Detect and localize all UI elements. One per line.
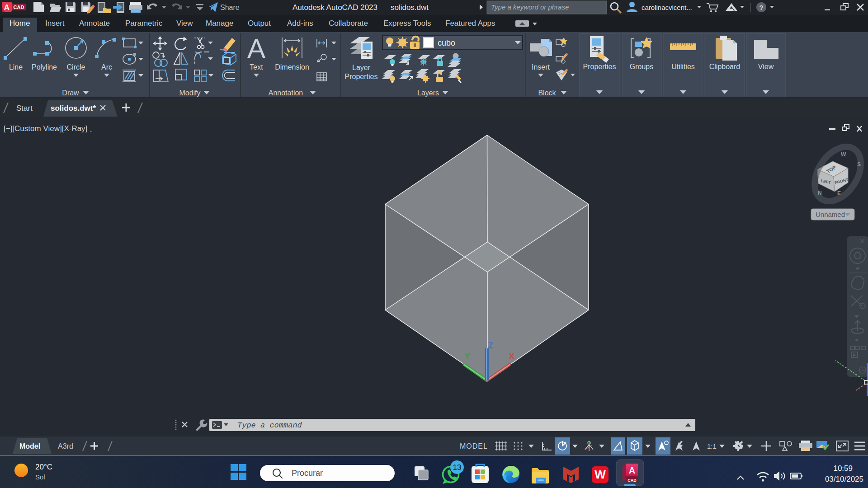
svg-text:Polyline: Polyline — [32, 63, 57, 71]
svg-text:cubo: cubo — [438, 38, 455, 47]
svg-text:[−][Custom View][X-Ray]: [−][Custom View][X-Ray] — [4, 124, 87, 133]
svg-text:Y: Y — [465, 352, 470, 361]
svg-text:Dimension: Dimension — [275, 63, 309, 71]
svg-text:A: A — [247, 33, 265, 64]
svg-text:solidos.dwt: solidos.dwt — [391, 3, 429, 12]
svg-text:View: View — [758, 63, 774, 70]
svg-text:A: A — [629, 465, 635, 475]
svg-text:Groups: Groups — [630, 63, 653, 70]
svg-text:CAD: CAD — [14, 5, 24, 10]
svg-text:Arc: Arc — [101, 63, 112, 71]
svg-text:1:1: 1:1 — [707, 442, 717, 450]
svg-text:A: A — [4, 3, 9, 12]
svg-text:Share: Share — [220, 4, 240, 11]
svg-text:Draw: Draw — [62, 89, 79, 97]
svg-text:Type a keyword or phrase: Type a keyword or phrase — [491, 3, 569, 11]
svg-text:Text: Text — [250, 63, 263, 71]
svg-text:MODEL: MODEL — [460, 442, 488, 450]
svg-text:Line: Line — [9, 63, 23, 71]
svg-text:Type a command: Type a command — [237, 421, 302, 430]
svg-text:solidos.dwt*: solidos.dwt* — [51, 104, 96, 113]
svg-text:Autodesk AutoCAD 2023: Autodesk AutoCAD 2023 — [292, 3, 377, 12]
svg-text:Z: Z — [488, 341, 493, 350]
svg-text:carolinacvicent...: carolinacvicent... — [642, 4, 692, 11]
svg-text:Insert: Insert — [532, 63, 550, 71]
svg-text:Properties: Properties — [583, 63, 616, 70]
svg-text:?: ? — [759, 4, 763, 11]
svg-text:Properties: Properties — [345, 73, 378, 80]
svg-text:Sol: Sol — [35, 473, 45, 481]
svg-text:A3rd: A3rd — [58, 442, 73, 450]
svg-text:Modify: Modify — [179, 89, 200, 97]
svg-text:S: S — [857, 161, 861, 168]
svg-text:Unnamed: Unnamed — [816, 211, 845, 218]
svg-text:E: E — [837, 190, 841, 197]
svg-text:X: X — [509, 352, 514, 361]
svg-text:13: 13 — [453, 463, 462, 472]
svg-text:03/10/2025: 03/10/2025 — [825, 475, 863, 483]
svg-text:Annotation: Annotation — [269, 89, 303, 97]
svg-text:Circle: Circle — [67, 63, 85, 71]
svg-text:Model: Model — [19, 442, 40, 450]
svg-text:Layers: Layers — [417, 89, 439, 97]
svg-text:W: W — [594, 468, 606, 481]
svg-text:10:59: 10:59 — [833, 464, 853, 473]
svg-text:CAD: CAD — [627, 478, 637, 483]
svg-text:20°C: 20°C — [35, 463, 52, 471]
svg-text:N: N — [818, 190, 822, 196]
svg-text:Layer: Layer — [352, 64, 371, 71]
svg-text:Procurar: Procurar — [292, 469, 323, 478]
svg-text:Start: Start — [16, 104, 33, 113]
svg-text:Utilities: Utilities — [671, 63, 695, 70]
svg-text:Clipboard: Clipboard — [709, 63, 740, 70]
svg-text:W: W — [841, 151, 846, 158]
svg-text:Block: Block — [538, 89, 556, 97]
